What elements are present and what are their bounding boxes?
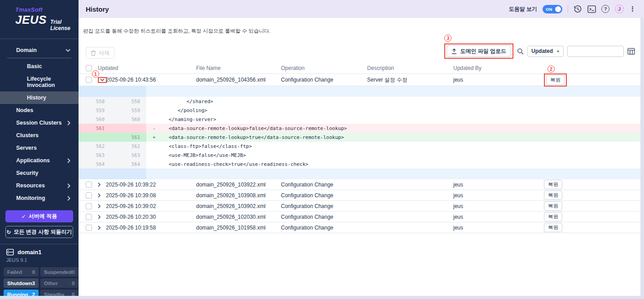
- terminal-icon[interactable]: [587, 5, 596, 13]
- row-checkbox[interactable]: [86, 77, 92, 83]
- sidebar-item-security[interactable]: Security: [0, 167, 79, 179]
- help-icon[interactable]: ?: [601, 5, 609, 13]
- table-row[interactable]: 2025-09-26 10:39:02 domain_250926_103902…: [79, 201, 644, 212]
- cell-file-name: domain_250926_103908.xml: [196, 192, 281, 199]
- cell-updated: 2025-09-26 10:43:56: [106, 77, 196, 83]
- diff-code: </shared>: [160, 99, 213, 104]
- cell-updated-by: jeus: [453, 203, 544, 209]
- table-row[interactable]: 2025-09-26 10:20:30 domain_250926_102030…: [79, 212, 644, 222]
- column-header-file-name[interactable]: File Name: [196, 65, 281, 71]
- diff-new-line-number: 563: [113, 151, 146, 160]
- diff-new-line-number: [113, 124, 146, 133]
- row-checkbox[interactable]: [86, 214, 92, 220]
- horizontal-scrollbar[interactable]: [0, 296, 644, 299]
- diff-new-line-number: 562: [113, 142, 146, 151]
- kebab-menu-icon[interactable]: ⋮: [629, 5, 636, 13]
- restore-button[interactable]: 복원: [544, 201, 562, 211]
- upload-icon: [451, 48, 457, 54]
- divider: [0, 39, 79, 39]
- sidebar-item-basic[interactable]: Basic: [0, 60, 79, 73]
- sidebar-item-resources[interactable]: Resources: [0, 179, 79, 192]
- diff-expand-gutter: [79, 86, 146, 97]
- sidebar-item-lifecycle-invocation[interactable]: Lifecycle Invocation: [0, 73, 79, 91]
- sidebar-item-session-clusters[interactable]: Session Clusters: [0, 117, 79, 129]
- vertical-scrollbar[interactable]: [640, 18, 644, 296]
- column-header-updated-by[interactable]: Updated By: [453, 65, 544, 71]
- table-row[interactable]: 2025-09-26 10:39:22 domain_250926_103922…: [79, 179, 644, 190]
- chevron-right-icon: [67, 121, 70, 126]
- chevron-right-icon[interactable]: [98, 182, 101, 187]
- sidebar-item-label: History: [27, 95, 46, 101]
- sidebar-item-servers[interactable]: Servers: [0, 142, 79, 154]
- status-label: Suspended: [44, 269, 72, 275]
- sidebar-item-monitoring[interactable]: Monitoring: [0, 192, 79, 204]
- diff-sign: -: [146, 126, 160, 131]
- diff-old-line-number: [79, 133, 113, 142]
- revert-button-label: 모든 변경 사항 되돌리기: [14, 228, 72, 236]
- chevron-down-icon[interactable]: [100, 78, 105, 82]
- revert-all-changes-button[interactable]: ↻ 모든 변경 사항 되돌리기: [5, 226, 73, 238]
- status-value: 0: [72, 269, 74, 275]
- upload-domain-file-button[interactable]: 도메인 파일 업로드: [447, 45, 511, 57]
- table-row[interactable]: 1 2025-09-26 10:43:56 domain_250926_1043…: [79, 74, 644, 86]
- cell-updated-by: jeus: [453, 214, 544, 220]
- select-all-checkbox[interactable]: [86, 65, 92, 71]
- help-toggle[interactable]: ON: [543, 5, 562, 13]
- sidebar-item-nodes[interactable]: Nodes: [0, 104, 79, 117]
- row-checkbox[interactable]: [86, 182, 92, 188]
- cell-operation: Configuration Change: [281, 77, 367, 83]
- user-avatar[interactable]: J: [615, 4, 624, 13]
- row-checkbox[interactable]: [86, 225, 92, 231]
- restore-button[interactable]: 복원: [544, 212, 562, 221]
- sidebar-group-domain[interactable]: Domain: [0, 43, 79, 57]
- diff-line: 564 564 <use-readiness-check>true</use-r…: [79, 160, 644, 169]
- cell-file-name: domain_250926_102030.xml: [196, 214, 281, 220]
- search-input[interactable]: [567, 46, 624, 57]
- diff-code: </naming-server>: [160, 117, 216, 122]
- table-row[interactable]: 2025-09-26 10:19:58 domain_250926_101958…: [79, 222, 644, 233]
- chevron-right-icon[interactable]: [98, 225, 101, 230]
- cell-updated: 2025-09-26 10:39:22: [106, 182, 196, 188]
- apply-to-server-button[interactable]: ✓ 서버에 적용: [5, 210, 73, 222]
- cell-operation: Configuration Change: [281, 203, 367, 209]
- restore-button[interactable]: 복원: [544, 191, 562, 200]
- chevron-right-icon[interactable]: [98, 204, 101, 208]
- restore-button[interactable]: 복원: [546, 75, 565, 85]
- annotation-circle-3: 3: [444, 35, 451, 42]
- column-settings-icon[interactable]: [627, 48, 635, 55]
- diff-new-line-number: 559: [113, 106, 146, 115]
- history-icon[interactable]: [574, 5, 582, 13]
- diff-line-added: 561 + <data-source-remote-lookup>true</d…: [79, 133, 644, 142]
- status-value: 3: [32, 281, 35, 286]
- cell-updated: 2025-09-26 10:19:58: [106, 225, 196, 231]
- diff-code: <use-MEJB>false</use-MEJB>: [160, 152, 246, 158]
- diff-new-line-number: 560: [113, 115, 146, 124]
- upload-button-label: 도메인 파일 업로드: [460, 48, 506, 55]
- diff-expand-band[interactable]: [79, 86, 644, 97]
- restore-button[interactable]: 복원: [544, 223, 562, 232]
- row-checkbox[interactable]: [86, 192, 92, 199]
- column-header-updated[interactable]: Updated: [98, 65, 196, 71]
- annotation-box-expander: 1: [98, 77, 107, 83]
- diff-sign: +: [146, 134, 160, 140]
- table-row[interactable]: 2025-09-26 10:39:08 domain_250926_103908…: [79, 190, 644, 201]
- user-initial: J: [618, 6, 621, 12]
- sidebar-item-clusters[interactable]: Clusters: [0, 129, 79, 142]
- chevron-right-icon[interactable]: [98, 215, 101, 219]
- row-checkbox[interactable]: [86, 203, 92, 209]
- filter-column-select[interactable]: Updated ▼: [527, 46, 564, 57]
- diff-expand-gutter: [79, 169, 146, 179]
- column-header-description[interactable]: Description: [367, 65, 453, 71]
- diff-line: 560 560 </naming-server>: [79, 115, 644, 124]
- sidebar-nav: Domain Basic Lifecycle Invocation Histor…: [0, 43, 79, 204]
- delete-button-label: 삭제: [99, 49, 110, 57]
- diff-expand-band[interactable]: [79, 169, 644, 179]
- delete-button[interactable]: 삭제: [86, 47, 114, 59]
- sidebar-item-history[interactable]: History: [0, 91, 79, 104]
- chevron-right-icon[interactable]: [98, 193, 101, 198]
- cell-description: Server 설정 수정: [367, 76, 453, 84]
- restore-button[interactable]: 복원: [544, 180, 562, 189]
- page-header: History 도움말 보기 ON: [79, 0, 644, 18]
- sidebar-item-applications[interactable]: Applications: [0, 154, 79, 167]
- column-header-operation[interactable]: Operation: [281, 65, 367, 71]
